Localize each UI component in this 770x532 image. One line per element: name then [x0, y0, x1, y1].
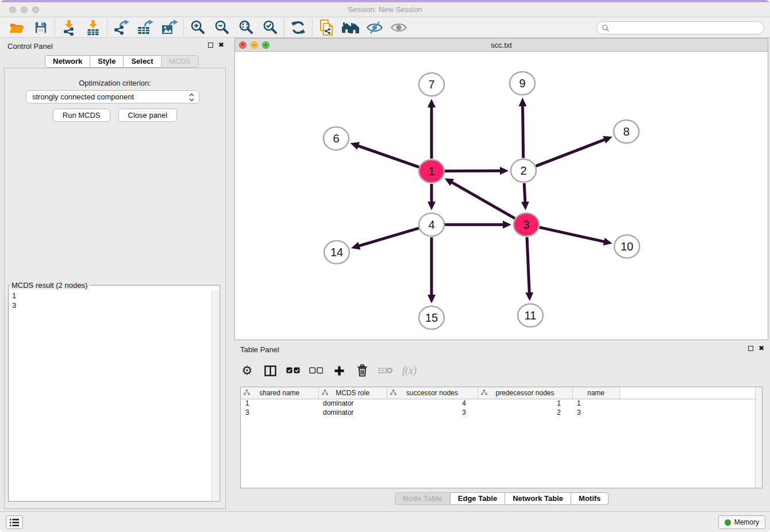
memory-label: Memory	[734, 518, 759, 526]
graph-edge-2-3[interactable]	[524, 183, 525, 203]
graph-node-15[interactable]: 15	[419, 306, 444, 329]
column-header-name[interactable]: name	[572, 387, 619, 399]
zoom-in-button[interactable]	[186, 18, 210, 37]
tab-mcds[interactable]: MCDS	[161, 55, 199, 68]
cell-mcds-role[interactable]: dominator	[318, 399, 387, 408]
close-panel-icon[interactable]: ✖	[218, 42, 224, 48]
mcds-result-item[interactable]: 3	[12, 300, 208, 310]
column-header-label: successor nodes	[406, 389, 458, 397]
table-scrollbar[interactable]	[755, 387, 762, 488]
panel-menu-button[interactable]	[6, 515, 23, 529]
export-network-button[interactable]	[109, 18, 133, 37]
graph-node-label: 4	[428, 218, 434, 231]
save-session-button[interactable]	[29, 18, 53, 37]
tab-node-table[interactable]: Node Table	[395, 492, 451, 505]
select-all-button[interactable]	[286, 367, 300, 375]
table-row[interactable]: 1dominator411	[241, 399, 762, 408]
export-image-button[interactable]	[157, 18, 182, 37]
mcds-result-item[interactable]: 1	[12, 291, 208, 300]
float-panel-icon[interactable]	[208, 43, 213, 48]
function-builder-button[interactable]: f(x)	[402, 365, 417, 377]
export-table-button[interactable]	[133, 18, 157, 37]
graph-edge-2-8[interactable]	[536, 139, 606, 166]
cell-predecessor-nodes[interactable]: 1	[478, 399, 572, 408]
graph-node-9[interactable]: 9	[510, 72, 535, 95]
plus-icon	[334, 365, 345, 376]
graph-edge-1-6[interactable]	[357, 145, 419, 167]
tab-motifs[interactable]: Motifs	[571, 492, 609, 505]
graph-node-4[interactable]: 4	[419, 213, 444, 236]
search-box[interactable]	[596, 21, 764, 34]
graph-edge-arrowhead	[428, 202, 436, 210]
graph-node-3[interactable]: 3	[514, 213, 539, 236]
show-hidden-button[interactable]	[387, 18, 411, 37]
cell-predecessor-nodes[interactable]: 2	[478, 408, 572, 417]
column-header-successor-nodes[interactable]: successor nodes	[387, 387, 478, 399]
cell-name[interactable]: 3	[572, 408, 619, 417]
graph-node-11[interactable]: 11	[518, 304, 543, 327]
close-panel-button[interactable]: Close panel	[118, 109, 178, 122]
graph-edge-3-11[interactable]	[527, 237, 529, 294]
table-row[interactable]: 3dominator323	[241, 408, 762, 417]
cell-shared-name[interactable]: 1	[241, 399, 318, 408]
search-input[interactable]	[610, 24, 759, 33]
copy-network-document-icon	[319, 19, 334, 36]
copy-network-button[interactable]	[314, 18, 338, 37]
open-session-button[interactable]	[5, 18, 29, 37]
tab-select[interactable]: Select	[123, 55, 161, 68]
graph-node-1[interactable]: 1	[419, 160, 444, 183]
zoom-fit-button[interactable]	[234, 18, 258, 37]
graph-node-6[interactable]: 6	[324, 127, 349, 150]
graph-node-8[interactable]: 8	[614, 120, 639, 143]
toolbar-separator	[183, 19, 184, 36]
memory-button[interactable]: Memory	[718, 515, 765, 529]
refresh-layout-button[interactable]	[286, 18, 310, 37]
cell-shared-name[interactable]: 3	[241, 408, 318, 417]
column-header-mcds-role[interactable]: MCDS role	[318, 387, 387, 399]
control-panel: Control Panel ✖ NetworkStyleSelectMCDS O…	[0, 38, 230, 511]
run-mcds-button[interactable]: Run MCDS	[53, 109, 110, 122]
delete-column-button[interactable]	[355, 364, 369, 377]
tab-network[interactable]: Network	[45, 55, 90, 68]
table-settings-button[interactable]: ⚙	[240, 364, 254, 377]
graph-edge-2-9[interactable]	[523, 105, 523, 158]
show-all-networks-button[interactable]	[338, 18, 363, 37]
import-table-button[interactable]	[81, 18, 105, 37]
zoom-selected-button[interactable]	[258, 18, 282, 37]
graph-node-14[interactable]: 14	[324, 241, 349, 264]
graph-edge-arrowhead	[521, 202, 529, 210]
tab-edge-table[interactable]: Edge Table	[450, 492, 505, 505]
cell-successor-nodes[interactable]: 3	[387, 408, 478, 417]
graph-edge-1-2[interactable]	[445, 171, 502, 171]
network-canvas[interactable]: 7968124314101511	[235, 52, 768, 340]
criterion-dropdown[interactable]: strongly connected component	[26, 90, 199, 103]
split-view-button[interactable]	[263, 365, 277, 377]
deselect-all-button[interactable]	[309, 367, 323, 375]
delete-table-button[interactable]	[378, 366, 393, 375]
close-table-panel-icon[interactable]: ✖	[759, 345, 764, 351]
node-table: shared nameMCDS rolesuccessor nodesprede…	[240, 387, 763, 488]
graph-edge-3-10[interactable]	[539, 228, 605, 242]
mcds-result-scrollbar[interactable]	[211, 290, 219, 500]
graph-node-10[interactable]: 10	[614, 235, 640, 258]
tab-network-table[interactable]: Network Table	[505, 492, 571, 505]
graph-edge-3-1[interactable]	[451, 182, 515, 218]
graph-node-7[interactable]: 7	[419, 73, 444, 96]
graph-node-2[interactable]: 2	[511, 159, 536, 182]
mcds-result-title: MCDS result (2 nodes)	[10, 281, 89, 290]
cell-name[interactable]: 1	[572, 399, 619, 408]
cell-successor-nodes[interactable]: 4	[387, 399, 478, 408]
mcds-result-list[interactable]: 13	[9, 290, 211, 501]
column-header-shared-name[interactable]: shared name	[241, 387, 318, 399]
hide-selected-button[interactable]	[363, 18, 387, 37]
add-column-button[interactable]	[332, 365, 346, 376]
table-toolbar: ⚙	[240, 359, 417, 382]
import-network-button[interactable]	[57, 18, 81, 37]
zoom-out-button[interactable]	[210, 18, 234, 37]
float-table-panel-icon[interactable]	[748, 346, 753, 351]
cell-mcds-role[interactable]: dominator	[318, 408, 387, 417]
control-panel-title: Control Panel	[7, 42, 53, 51]
tab-style[interactable]: Style	[90, 55, 124, 68]
graph-edge-4-14[interactable]	[357, 228, 418, 246]
column-header-predecessor-nodes[interactable]: predecessor nodes	[478, 387, 572, 399]
